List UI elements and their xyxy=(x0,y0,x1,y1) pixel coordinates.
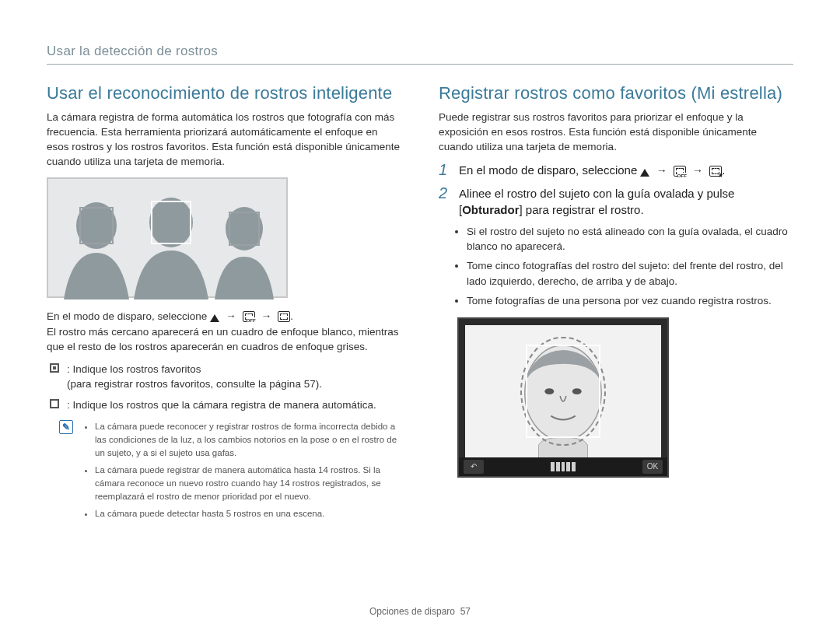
step-number-2: 2 xyxy=(439,185,451,218)
focus-box-grey-1 xyxy=(79,207,114,244)
note-list: La cámara puede reconocer y registrar ro… xyxy=(95,420,401,525)
fav-bullet-1: : Indique los rostros que la cámara regi… xyxy=(67,399,376,411)
fav-bullet-0: : Indique los rostros favoritos xyxy=(67,363,201,375)
right-intro: Puede registrar sus rostros favoritos pa… xyxy=(439,110,793,154)
right-column: Registrar rostros como favoritos (Mi est… xyxy=(439,83,793,525)
focus-box-white xyxy=(151,201,191,244)
arrow-icon: → xyxy=(692,163,703,179)
single-square-icon xyxy=(50,399,59,408)
note-item: La cámara puede detectar hasta 5 rostros… xyxy=(95,507,401,520)
two-column-layout: Usar el reconocimiento de rostros inteli… xyxy=(47,83,793,525)
face-off-icon xyxy=(674,166,686,177)
back-button[interactable]: ↶ xyxy=(464,460,484,474)
fav-bullet-0-sub: (para registrar rostros favoritos, consu… xyxy=(67,378,322,390)
right-heading: Registrar rostros como favoritos (Mi est… xyxy=(439,83,793,103)
left-column: Usar el reconocimiento de rostros inteli… xyxy=(47,83,401,525)
arrow-icon: → xyxy=(261,309,271,324)
triangle-up-icon xyxy=(640,169,649,177)
step-2-b: ] para registrar el rostro. xyxy=(520,203,644,216)
footer-page-number: 57 xyxy=(460,606,471,617)
step-1: 1 En el modo de disparo, seleccione → → … xyxy=(439,162,793,179)
note-item: La cámara puede reconocer y registrar ro… xyxy=(95,420,401,459)
mode-select-text: En el modo de disparo, seleccione xyxy=(47,310,210,322)
lcd-screen xyxy=(465,325,661,470)
left-intro: La cámara registra de forma automática l… xyxy=(47,110,401,170)
step-2-text: Alinee el rostro del sujeto con la guía … xyxy=(459,185,793,218)
note-block: ✎ La cámara puede reconocer y registrar … xyxy=(59,420,401,525)
note-icon: ✎ xyxy=(59,420,73,434)
breadcrumb-rule xyxy=(47,64,793,65)
list-item: Tome fotografías de una persona por vez … xyxy=(467,293,793,308)
face-off-icon xyxy=(243,311,255,322)
list-item: Tome cinco fotografías del rostro del su… xyxy=(467,258,793,288)
three-people-illustration xyxy=(47,177,288,298)
step-2-bold: Obturador xyxy=(462,203,519,216)
step-2: 2 Alinee el rostro del sujeto con la guí… xyxy=(439,185,793,218)
progress-indicator xyxy=(551,462,576,471)
white-square-guide xyxy=(526,345,600,438)
camera-lcd-illustration: ↶ OK xyxy=(457,317,669,478)
page-footer: Opciones de disparo 57 xyxy=(0,606,840,617)
face-smart-icon xyxy=(278,311,290,322)
left-heading: Usar el reconocimiento de rostros inteli… xyxy=(47,83,401,103)
focus-box-grey-2 xyxy=(229,212,260,246)
manual-page: Usar la detección de rostros Usar el rec… xyxy=(0,0,840,634)
face-star-icon xyxy=(709,166,722,177)
breadcrumb: Usar la detección de rostros xyxy=(47,44,793,59)
arrow-icon: → xyxy=(656,163,667,179)
step-2-sublist: Si el rostro del sujeto no está alineado… xyxy=(467,224,793,308)
step-1-text: En el modo de disparo, seleccione → → . xyxy=(459,162,725,179)
left-after-image-2: El rostro más cercano aparecerá en un cu… xyxy=(47,326,399,352)
double-square-icon xyxy=(50,363,59,373)
left-after-image: En el modo de disparo, seleccione → → . … xyxy=(47,309,401,354)
lcd-bottom-bar: ↶ OK xyxy=(459,457,667,476)
note-item: La cámara puede registrar de manera auto… xyxy=(95,464,401,503)
step-1-label: En el modo de disparo, seleccione xyxy=(459,163,640,177)
list-item: : Indique los rostros que la cámara regi… xyxy=(50,398,401,412)
step-number-1: 1 xyxy=(439,162,451,179)
triangle-up-icon xyxy=(210,314,219,322)
list-item: Si el rostro del sujeto no está alineado… xyxy=(467,224,793,254)
favorite-indicator-list: : Indique los rostros favoritos (para re… xyxy=(50,362,401,412)
footer-section-label: Opciones de disparo xyxy=(369,606,455,617)
list-item: : Indique los rostros favoritos (para re… xyxy=(50,362,401,391)
arrow-icon: → xyxy=(226,309,236,324)
ok-button[interactable]: OK xyxy=(642,460,663,474)
